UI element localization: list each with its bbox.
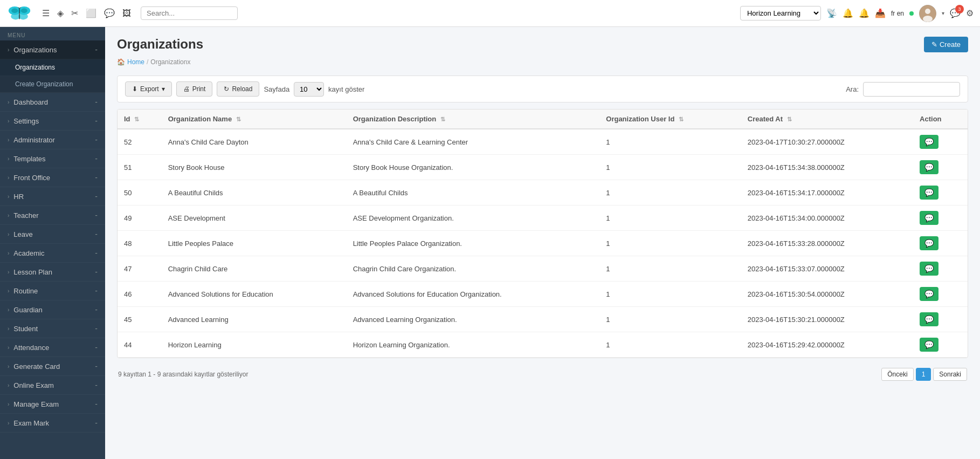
sidebar-hr-label: HR xyxy=(13,193,24,201)
sidebar-item-exam-mark[interactable]: › Exam Mark - xyxy=(0,414,105,433)
cell-org-user-id: 1 xyxy=(599,155,741,180)
user-avatar[interactable] xyxy=(919,5,936,22)
prev-button[interactable]: Önceki xyxy=(881,368,913,381)
sidebar-item-settings[interactable]: › Settings - xyxy=(0,112,105,131)
sidebar-item-guardian[interactable]: › Guardian - xyxy=(0,300,105,319)
id-sort-icon: ⇅ xyxy=(134,116,139,122)
topnav-right: Horizon Learning 📡 🔔 🔔 📥 fr en ▾ 💬 3 ⚙ xyxy=(740,5,974,22)
next-button[interactable]: Sonraki xyxy=(933,368,967,381)
cell-created-at: 2023-04-16T15:34:38.000000Z xyxy=(741,155,913,180)
sidebar-item-lesson-plan[interactable]: › Lesson Plan - xyxy=(0,263,105,282)
antenna-icon[interactable]: 📡 xyxy=(826,8,837,18)
org-chevron-icon: › xyxy=(8,47,9,53)
diamond-icon[interactable]: ◈ xyxy=(57,8,64,18)
sidebar-item-teacher[interactable]: › Teacher - xyxy=(0,206,105,225)
reload-button[interactable]: ↻ Reload xyxy=(217,81,259,97)
col-org-desc[interactable]: Organization Description ⇅ xyxy=(347,109,600,129)
menu-icon[interactable]: ☰ xyxy=(42,8,50,18)
action-chat-button[interactable]: 💬 xyxy=(920,236,938,250)
sidebar-item-organizations-sub[interactable]: Organizations xyxy=(0,59,105,76)
chat-icon[interactable]: 💬 xyxy=(104,8,115,18)
sidebar-item-academic[interactable]: › Academic - xyxy=(0,244,105,263)
breadcrumb-separator: / xyxy=(147,58,148,66)
cell-id: 48 xyxy=(118,231,162,256)
tenant-selector[interactable]: Horizon Learning xyxy=(740,6,821,20)
settings-gear-icon[interactable]: ⚙ xyxy=(966,8,974,18)
cell-action: 💬 xyxy=(913,282,968,307)
page-size-select[interactable]: 10 25 50 100 xyxy=(294,82,324,97)
tools-icon[interactable]: ✂ xyxy=(71,8,78,18)
table-row: 48 Little Peoples Palace Little Peoples … xyxy=(118,231,968,256)
print-button[interactable]: 🖨 Print xyxy=(176,81,213,97)
sidebar-exammark-label: Exam Mark xyxy=(13,419,49,427)
sayfala-label: Sayfada xyxy=(264,85,289,93)
sidebar-leave-label: Leave xyxy=(13,230,32,238)
sidebar-item-dashboard[interactable]: › Dashboard - xyxy=(0,93,105,112)
image-icon[interactable]: 🖼 xyxy=(122,9,131,18)
breadcrumb-home-link[interactable]: Home xyxy=(127,58,144,66)
cell-id: 49 xyxy=(118,205,162,231)
manageexam-chevron-icon: › xyxy=(8,401,9,407)
cell-org-name: Little Peoples Palace xyxy=(162,231,347,256)
sidebar-item-routine[interactable]: › Routine - xyxy=(0,282,105,300)
download-icon[interactable]: 📥 xyxy=(875,8,886,18)
export-button[interactable]: ⬇ Export ▾ xyxy=(125,81,172,97)
cell-org-name: A Beautiful Childs xyxy=(162,180,347,205)
cell-id: 46 xyxy=(118,282,162,307)
sidebar-item-create-organization[interactable]: Create Organization xyxy=(0,76,105,93)
cell-org-name: Advanced Learning xyxy=(162,307,347,332)
ara-label: Ara: xyxy=(846,85,859,93)
col-org-user-id[interactable]: Organization User Id ⇅ xyxy=(599,109,741,129)
sidebar-gencard-label: Generate Card xyxy=(13,362,60,371)
action-chat-button[interactable]: 💬 xyxy=(920,312,938,326)
sidebar-item-student[interactable]: › Student - xyxy=(0,319,105,338)
col-id[interactable]: Id ⇅ xyxy=(118,109,162,129)
col-org-name[interactable]: Organization Name ⇅ xyxy=(162,109,347,129)
lessonplan-chevron-icon: › xyxy=(8,269,9,275)
create-button[interactable]: ✎ Create xyxy=(924,37,968,52)
search-input[interactable] xyxy=(141,6,238,20)
monitor-icon[interactable]: ⬜ xyxy=(86,8,96,18)
action-chat-button[interactable]: 💬 xyxy=(920,338,938,352)
cell-created-at: 2023-04-16T15:30:21.000000Z xyxy=(741,307,913,332)
action-chat-button[interactable]: 💬 xyxy=(920,186,938,200)
sidebar-item-organizations[interactable]: › Organizations - xyxy=(0,40,105,59)
action-chat-button[interactable]: 💬 xyxy=(920,135,938,149)
cell-org-desc: Anna's Child Care & Learning Center xyxy=(347,129,600,155)
cell-org-desc: Little Peoples Palace Organization. xyxy=(347,231,600,256)
action-chat-button[interactable]: 💬 xyxy=(920,262,938,276)
sidebar-item-administrator[interactable]: › Administrator - xyxy=(0,131,105,149)
exammark-dash-icon: - xyxy=(95,419,98,427)
language-label[interactable]: fr en xyxy=(891,10,904,17)
sidebar-item-templates[interactable]: › Templates - xyxy=(0,149,105,168)
sidebar-item-online-exam[interactable]: › Online Exam - xyxy=(0,376,105,395)
chat-badge-icon[interactable]: 💬 3 xyxy=(950,8,961,18)
sidebar-item-manage-exam[interactable]: › Manage Exam - xyxy=(0,395,105,414)
action-chat-button[interactable]: 💬 xyxy=(920,211,938,225)
sidebar-item-attendance[interactable]: › Attendance - xyxy=(0,338,105,357)
action-chat-button[interactable]: 💬 xyxy=(920,160,938,174)
dashboard-dash-icon: - xyxy=(95,98,98,106)
app-logo xyxy=(6,1,32,26)
sidebar-item-generate-card[interactable]: › Generate Card - xyxy=(0,357,105,376)
ara-input[interactable] xyxy=(863,82,960,97)
sidebar-item-leave[interactable]: › Leave - xyxy=(0,225,105,244)
bell-icon[interactable]: 🔔 xyxy=(843,8,853,18)
orguserid-sort-icon: ⇅ xyxy=(679,116,684,122)
bell-green-icon[interactable]: 🔔 xyxy=(859,8,869,18)
admin-dash-icon: - xyxy=(95,135,98,144)
page-1-button[interactable]: 1 xyxy=(916,368,931,381)
cell-action: 💬 xyxy=(913,180,968,205)
sidebar-item-front-office[interactable]: › Front Office - xyxy=(0,168,105,187)
cell-org-desc: Horizon Learning Organization. xyxy=(347,332,600,358)
sidebar-item-hr[interactable]: › HR - xyxy=(0,187,105,206)
table-header-row: Id ⇅ Organization Name ⇅ Organization De… xyxy=(118,109,968,129)
col-created-at[interactable]: Created At ⇅ xyxy=(741,109,913,129)
table-row: 45 Advanced Learning Advanced Learning O… xyxy=(118,307,968,332)
admin-chevron-icon: › xyxy=(8,137,9,143)
cell-org-name: ASE Development xyxy=(162,205,347,231)
user-caret-icon[interactable]: ▾ xyxy=(942,10,944,16)
cell-org-user-id: 1 xyxy=(599,282,741,307)
action-chat-button[interactable]: 💬 xyxy=(920,287,938,301)
cell-created-at: 2023-04-16T15:30:54.000000Z xyxy=(741,282,913,307)
